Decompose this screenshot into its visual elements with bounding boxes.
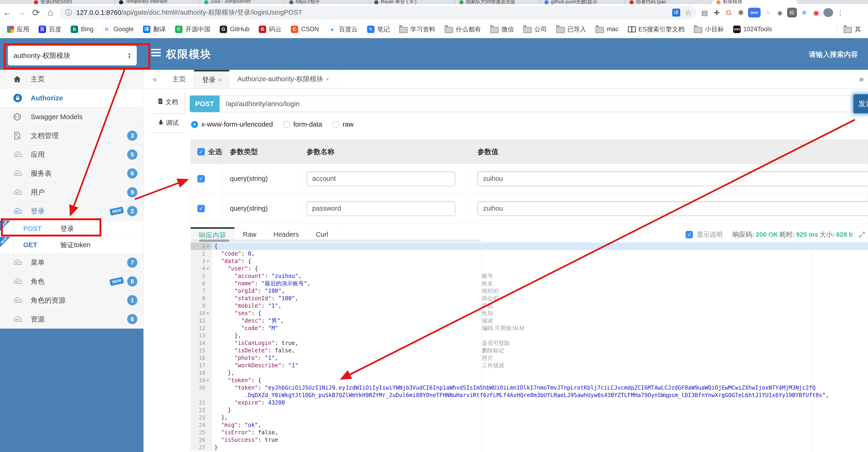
bookmark-item[interactable]: 微信 xyxy=(490,25,514,33)
side-tab-文档[interactable]: 文档 xyxy=(151,92,185,112)
browser-tab[interactable]: 部署代码 (pac xyxy=(625,0,710,4)
content-tab[interactable]: 登录× xyxy=(194,70,229,88)
pin-icon[interactable]: ◉ xyxy=(811,8,821,18)
browser-tab[interactable]: Temporary Interacti xyxy=(115,0,200,4)
param-value-input[interactable] xyxy=(477,201,868,216)
bookmark-item[interactable]: bBing xyxy=(71,26,93,33)
sidebar-item-角色[interactable]: API角色NEW8 xyxy=(0,272,144,291)
back-icon[interactable]: ← xyxy=(0,7,14,18)
sidebar-item-authorize[interactable]: Authorize xyxy=(0,89,144,108)
param-checkbox[interactable]: ✓ xyxy=(197,175,205,182)
body-type-option[interactable]: x-www-form-urlencoded xyxy=(191,120,273,128)
bookmark-item[interactable]: ✎笔记 xyxy=(367,25,390,33)
sidebar-item-菜单[interactable]: API菜单7 xyxy=(0,253,144,272)
bookmark-star-icon[interactable]: ☆ xyxy=(685,8,692,17)
sidebar-item-角色的资源[interactable]: API角色的资源1 xyxy=(0,291,144,310)
collapse-tabs-icon[interactable]: « xyxy=(153,74,157,84)
menu-icon[interactable]: ⋮ xyxy=(835,8,845,18)
translate-icon[interactable]: 译 xyxy=(672,9,680,17)
fold-toggle-icon[interactable]: ▾ xyxy=(205,259,210,263)
browser-tab[interactable]: https://知乎 xyxy=(285,0,370,4)
show-desc-checkbox[interactable]: ✓ xyxy=(685,231,693,238)
close-tab-icon[interactable]: × xyxy=(326,76,329,83)
expand-icon[interactable]: ⤢ xyxy=(859,230,865,239)
fold-toggle-icon[interactable]: ▾ xyxy=(205,266,210,271)
browser-tab[interactable]: 国家队大59加速器充值 xyxy=(455,0,540,4)
other-bookmarks[interactable]: 其 xyxy=(837,25,861,33)
sidebar-endpoint-get[interactable]: NEWGET验证token xyxy=(0,237,144,253)
close-tab-icon[interactable]: × xyxy=(218,76,221,84)
fold-toggle-icon[interactable]: ▾ xyxy=(205,311,210,315)
reload-icon[interactable]: ⟳ xyxy=(29,7,43,18)
bookmark-item[interactable]: mac xyxy=(595,26,619,33)
send-button[interactable]: 发送 xyxy=(853,94,868,114)
param-value-input[interactable] xyxy=(477,171,868,186)
content-tab[interactable]: Authorize-authority-权限模块× xyxy=(229,70,337,88)
side-panel-icon[interactable]: ▤ xyxy=(700,8,710,18)
avatar-icon[interactable] xyxy=(824,8,833,17)
bookmark-item[interactable]: 已导入 xyxy=(556,25,586,33)
menu-toggle-icon[interactable] xyxy=(151,49,161,58)
zhan-icon[interactable]: 站 xyxy=(787,8,797,18)
fold-toggle-icon[interactable]: ▾ xyxy=(205,378,210,383)
browser-tab[interactable]: Zuul - JumpServer xyxy=(200,0,285,4)
body-type-option[interactable]: form-data xyxy=(283,120,322,128)
circle-icon[interactable]: ○ xyxy=(763,8,773,18)
side-tab-调试[interactable]: 调试 xyxy=(151,113,186,133)
sidebar-item-应用[interactable]: API应用5 xyxy=(0,145,144,164)
sidebar-item-主页[interactable]: 主页 xyxy=(0,70,144,89)
body-type-option[interactable]: raw xyxy=(333,120,353,128)
bookmark-item[interactable]: 10241024Tools xyxy=(733,26,772,33)
bookmark-item[interactable]: 百百度 xyxy=(39,25,61,33)
radio-icon[interactable] xyxy=(283,121,290,128)
fold-toggle-icon[interactable]: ▾ xyxy=(205,244,210,248)
address-bar[interactable]: ⓘ 127.0.0.1:8760 /api/gate/doc.html#/aut… xyxy=(60,6,696,19)
browser-tab[interactable]: 登录|JSESSIO xyxy=(30,0,115,4)
sidebar-item-Swagger Models[interactable]: Swagger Models xyxy=(0,108,144,126)
bookmark-item[interactable]: GGitHub xyxy=(220,26,249,33)
bookmark-item[interactable]: GGoogle xyxy=(103,25,134,33)
bookmark-item[interactable]: 译翻译 xyxy=(143,25,166,33)
json-viewer-icon[interactable]: json xyxy=(748,8,761,18)
forward-icon[interactable]: → xyxy=(14,7,29,18)
bookmark-item[interactable]: 学习资料 xyxy=(399,25,435,33)
radio-icon[interactable] xyxy=(333,121,339,128)
sidebar-item-服务表[interactable]: API服务表6 xyxy=(0,164,144,183)
home-icon[interactable]: ⌂ xyxy=(43,7,58,18)
bookmark-item[interactable]: C开源中国 xyxy=(175,25,210,33)
bookmark-item[interactable]: 什么都有 xyxy=(445,25,481,33)
radio-icon[interactable] xyxy=(191,121,198,128)
sidebar-item-登录[interactable]: API登录NEW2 xyxy=(0,202,144,221)
browser-tab[interactable]: github push失败(提示 xyxy=(540,0,625,4)
browser-tab[interactable]: Route 串せく9う xyxy=(370,0,455,4)
sidebar-endpoint-post[interactable]: NEWPOST登录 xyxy=(0,221,144,237)
param-checkbox[interactable]: ✓ xyxy=(197,205,205,212)
sidebar-item-文档管理[interactable]: 文档管理3 xyxy=(0,126,144,145)
google-account-icon[interactable]: G xyxy=(724,8,734,18)
sidebar-item-资源[interactable]: API资源6 xyxy=(0,310,144,329)
bookmark-item[interactable]: CCSDN xyxy=(291,26,319,33)
module-select[interactable]: authority-权限模块 ▲▼ xyxy=(8,46,137,66)
bookmark-item[interactable]: 小目标 xyxy=(694,25,724,33)
paw-icon[interactable]: ❃ xyxy=(736,8,746,18)
request-url-input[interactable] xyxy=(219,95,852,112)
code-scrollbar-thumb[interactable] xyxy=(199,239,229,242)
select-all-checkbox[interactable]: ✓ xyxy=(197,148,205,156)
extensions-icon[interactable]: ✚ xyxy=(712,8,721,18)
more-tabs-icon[interactable]: » xyxy=(859,74,864,84)
header-search-input[interactable]: 请输入搜索内容 xyxy=(809,50,858,59)
bookmark-item[interactable]: G码云 xyxy=(259,25,281,33)
code-scrollbar-track[interactable] xyxy=(191,239,481,242)
param-name-input[interactable] xyxy=(307,201,455,216)
bookmark-item[interactable]: ES搜索引擎文档 xyxy=(628,25,685,33)
param-name-input[interactable] xyxy=(307,171,455,186)
content-tab[interactable]: 主页 xyxy=(164,70,194,88)
asterisk-icon[interactable]: ✳ xyxy=(799,8,809,18)
bookmark-item[interactable]: 应用 xyxy=(7,25,29,33)
sidebar-item-用户[interactable]: API用户9 xyxy=(0,183,144,202)
bookmark-item[interactable]: 公司 xyxy=(523,25,547,33)
site-info-icon[interactable]: ⓘ xyxy=(65,8,72,18)
shield-icon[interactable]: ◈ xyxy=(775,8,785,18)
browser-tab[interactable]: 权限模块 xyxy=(712,0,797,4)
bookmark-item[interactable]: ▲百度云 xyxy=(328,25,358,33)
